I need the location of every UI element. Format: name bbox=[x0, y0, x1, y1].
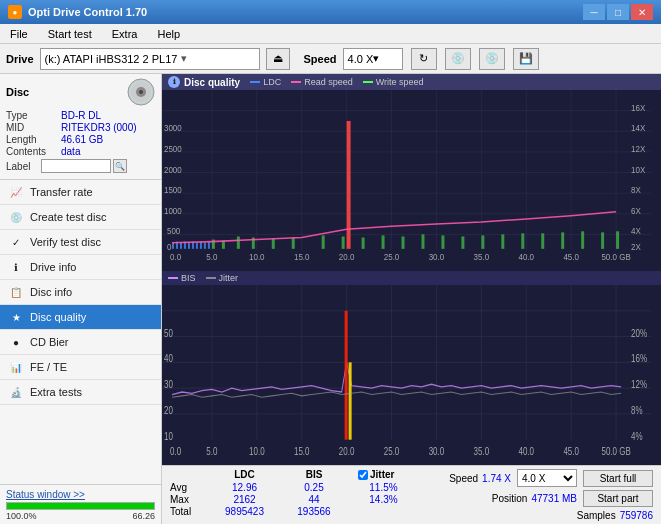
svg-rect-80 bbox=[616, 231, 619, 249]
svg-text:8%: 8% bbox=[631, 404, 643, 415]
titlebar: ● Opti Drive Control 1.70 ─ □ ✕ bbox=[0, 0, 661, 24]
disc-button1[interactable]: 💿 bbox=[445, 48, 471, 70]
menu-help[interactable]: Help bbox=[151, 27, 186, 41]
drive-dropdown-arrow: ▾ bbox=[181, 52, 187, 65]
legend-ldc: LDC bbox=[250, 77, 281, 87]
svg-text:2X: 2X bbox=[631, 243, 641, 252]
drive-info-icon: ℹ bbox=[8, 259, 24, 275]
sidebar-item-verify-test-disc[interactable]: ✓ Verify test disc bbox=[0, 230, 161, 255]
save-button[interactable]: 💾 bbox=[513, 48, 539, 70]
svg-text:50: 50 bbox=[164, 327, 173, 338]
svg-rect-81 bbox=[162, 285, 661, 466]
svg-text:500: 500 bbox=[167, 227, 181, 236]
titlebar-controls: ─ □ ✕ bbox=[583, 4, 653, 20]
sidebar-item-create-test-disc[interactable]: 💿 Create test disc bbox=[0, 205, 161, 230]
app-title: Opti Drive Control 1.70 bbox=[28, 6, 147, 18]
svg-rect-65 bbox=[342, 236, 345, 248]
svg-rect-72 bbox=[461, 236, 464, 248]
progress-bar-fill bbox=[7, 503, 154, 509]
drive-label: Drive bbox=[6, 53, 34, 65]
disc-length-row: Length 46.61 GB bbox=[6, 134, 155, 145]
extra-tests-icon: 🔬 bbox=[8, 384, 24, 400]
drivebar: Drive (k:) ATAPI iHBS312 2 PL17 ▾ ⏏ Spee… bbox=[0, 44, 661, 74]
svg-text:40: 40 bbox=[164, 353, 173, 364]
svg-text:4X: 4X bbox=[631, 227, 641, 236]
svg-rect-70 bbox=[421, 234, 424, 248]
svg-rect-75 bbox=[521, 233, 524, 248]
start-part-button[interactable]: Start part bbox=[583, 490, 653, 507]
svg-text:6X: 6X bbox=[631, 207, 641, 216]
svg-rect-67 bbox=[362, 237, 365, 248]
menu-starttest[interactable]: Start test bbox=[42, 27, 98, 41]
total-ldc: 9895423 bbox=[207, 506, 282, 517]
bis-header: BIS bbox=[284, 469, 344, 480]
svg-rect-78 bbox=[581, 231, 584, 249]
svg-text:50.0 GB: 50.0 GB bbox=[601, 253, 630, 262]
svg-rect-50 bbox=[180, 243, 182, 249]
speed-select[interactable]: 4.0 X bbox=[517, 469, 577, 487]
svg-text:15.0: 15.0 bbox=[294, 253, 310, 262]
disc-label-input[interactable] bbox=[41, 159, 111, 173]
disc-button2[interactable]: 💿 bbox=[479, 48, 505, 70]
status-window-link[interactable]: Status window >> bbox=[6, 489, 85, 500]
svg-text:25.0: 25.0 bbox=[384, 253, 400, 262]
disc-contents-row: Contents data bbox=[6, 146, 155, 157]
sidebar-item-transfer-rate[interactable]: 📈 Transfer rate bbox=[0, 180, 161, 205]
svg-text:30: 30 bbox=[164, 379, 173, 390]
menu-extra[interactable]: Extra bbox=[106, 27, 144, 41]
refresh-button[interactable]: ↻ bbox=[411, 48, 437, 70]
max-label: Max bbox=[170, 494, 205, 505]
speed-label: Speed bbox=[304, 53, 337, 65]
total-bis: 193566 bbox=[284, 506, 344, 517]
disc-type-row: Type BD-R DL bbox=[6, 110, 155, 121]
svg-text:40.0: 40.0 bbox=[518, 446, 534, 457]
minimize-button[interactable]: ─ bbox=[583, 4, 605, 20]
drive-eject-button[interactable]: ⏏ bbox=[266, 48, 290, 70]
svg-rect-62 bbox=[272, 239, 275, 249]
svg-text:5.0: 5.0 bbox=[206, 253, 218, 262]
start-full-button[interactable]: Start full bbox=[583, 470, 653, 487]
svg-text:10.0: 10.0 bbox=[249, 253, 265, 262]
svg-text:12%: 12% bbox=[631, 379, 647, 390]
svg-text:0.0: 0.0 bbox=[170, 446, 181, 457]
svg-rect-74 bbox=[501, 234, 504, 248]
total-label: Total bbox=[170, 506, 205, 517]
sidebar-item-disc-info[interactable]: 📋 Disc info bbox=[0, 280, 161, 305]
disc-label-edit-button[interactable]: 🔍 bbox=[113, 159, 127, 173]
maximize-button[interactable]: □ bbox=[607, 4, 629, 20]
speed-select[interactable]: 4.0 X ▾ bbox=[343, 48, 403, 70]
svg-text:2500: 2500 bbox=[164, 145, 182, 154]
chart-header-bottom: BIS Jitter bbox=[162, 271, 661, 285]
sidebar-item-disc-quality[interactable]: ★ Disc quality bbox=[0, 305, 161, 330]
svg-text:40.0: 40.0 bbox=[519, 253, 535, 262]
avg-bis: 0.25 bbox=[284, 482, 344, 493]
speed-val: 1.74 X bbox=[482, 473, 511, 484]
sidebar-item-fe-te[interactable]: 📊 FE / TE bbox=[0, 355, 161, 380]
max-ldc: 2162 bbox=[207, 494, 282, 505]
sidebar-item-drive-info[interactable]: ℹ Drive info bbox=[0, 255, 161, 280]
progress-pct: 100.0% bbox=[6, 511, 37, 521]
chart-icon: ℹ bbox=[168, 76, 180, 88]
svg-rect-55 bbox=[200, 242, 202, 249]
ldc-color bbox=[250, 81, 260, 83]
samples-val: 759786 bbox=[620, 510, 653, 521]
jitter-checkbox[interactable] bbox=[358, 470, 368, 480]
sidebar-item-extra-tests[interactable]: 🔬 Extra tests bbox=[0, 380, 161, 405]
svg-text:14X: 14X bbox=[631, 124, 646, 133]
close-button[interactable]: ✕ bbox=[631, 4, 653, 20]
svg-text:45.0: 45.0 bbox=[563, 446, 579, 457]
svg-rect-57 bbox=[208, 242, 210, 249]
max-jitter: 14.3% bbox=[346, 494, 421, 505]
chart-section-top: 0 500 1000 1500 2000 2500 3000 2X 6X 8X … bbox=[162, 90, 661, 271]
menu-file[interactable]: File bbox=[4, 27, 34, 41]
sidebar-item-cd-bier[interactable]: ● CD Bier bbox=[0, 330, 161, 355]
progress-row: 100.0% 66.26 bbox=[6, 511, 155, 521]
svg-rect-77 bbox=[561, 232, 564, 249]
legend-bis: BIS bbox=[168, 273, 196, 283]
svg-text:50.0 GB: 50.0 GB bbox=[601, 446, 630, 457]
transfer-rate-icon: 📈 bbox=[8, 184, 24, 200]
svg-text:16X: 16X bbox=[631, 104, 646, 113]
drive-select[interactable]: (k:) ATAPI iHBS312 2 PL17 ▾ bbox=[40, 48, 260, 70]
svg-rect-79 bbox=[601, 232, 604, 249]
disc-panel: Disc Type BD-R DL MID RITEKDR3 (000) bbox=[0, 74, 161, 180]
